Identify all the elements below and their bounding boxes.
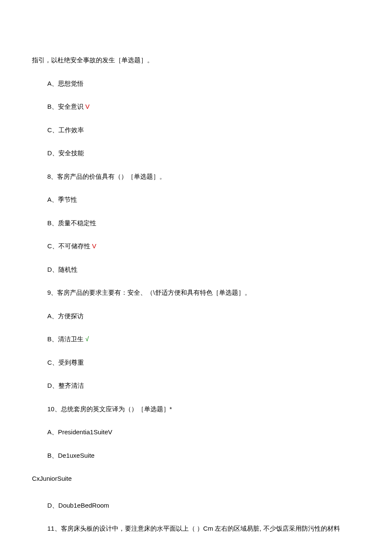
- option-text: D、安全技能: [47, 149, 84, 157]
- q9-option-B: B、清洁卫生 √: [32, 334, 360, 344]
- q8-option-B: B、质量不稳定性: [32, 218, 360, 228]
- q11-stem: 11、客房床头板的设计中，要注意床的水平面以上（ ）Cm 左右的区域易脏, 不少…: [32, 524, 360, 534]
- text: 10、总统套房的英文应译为（）［单选题］*: [47, 405, 172, 413]
- q7-option-B: B、安全意识 V: [32, 102, 360, 112]
- option-text: A、季节性: [47, 196, 77, 203]
- option-text: B、安全意识: [47, 103, 85, 110]
- check-mark: V: [92, 242, 96, 250]
- q9-option-A: A、方便探访: [32, 311, 360, 321]
- option-text: CxJuniorSuite: [32, 475, 72, 482]
- option-text: B、De1uxeSuite: [47, 452, 95, 459]
- q10-option-C: CxJuniorSuite: [32, 474, 360, 484]
- q10-option-D: D、Doub1eBedRoom: [32, 501, 360, 511]
- option-text: A、思想觉悟: [47, 80, 84, 87]
- q7-option-D: D、安全技能: [32, 148, 360, 158]
- q9-option-D: D、整齐清洁: [32, 381, 360, 391]
- check-mark: V: [85, 103, 89, 110]
- option-text: B、清洁卫生: [47, 335, 85, 343]
- option-text: C、受到尊重: [47, 359, 84, 366]
- option-text: D、Doub1eBedRoom: [47, 502, 109, 509]
- option-text: C、不可储存性: [47, 242, 92, 250]
- q10-stem: 10、总统套房的英文应译为（）［单选题］*: [32, 404, 360, 414]
- text: 9、客房产品的要求主要有：安全、（\舒适方便和具有特色［单选题］。: [47, 289, 251, 296]
- check-mark: √: [85, 335, 89, 343]
- q7-option-C: C、工作效率: [32, 125, 360, 135]
- option-text: A、Presidentia1SuiteV: [47, 428, 112, 436]
- q10-option-B: B、De1uxeSuite: [32, 451, 360, 461]
- q7-option-A: A、思想觉悟: [32, 79, 360, 89]
- option-text: D、随机性: [47, 266, 78, 273]
- q7-continued-stem: 指引，以杜绝安全事故的发生［单选题］。: [32, 55, 360, 65]
- text: 11、客房床头板的设计中，要注意床的水平面以上（ ）Cm 左右的区域易脏, 不少…: [47, 525, 340, 532]
- text: 8、客房产品的价值具有（）［单选题］。: [47, 173, 166, 180]
- option-text: C、工作效率: [47, 126, 84, 134]
- q8-option-D: D、随机性: [32, 265, 360, 275]
- option-text: B、质量不稳定性: [47, 219, 96, 227]
- option-text: D、整齐清洁: [47, 382, 84, 389]
- q9-option-C: C、受到尊重: [32, 358, 360, 368]
- q8-option-C: C、不可储存性 V: [32, 241, 360, 251]
- q8-stem: 8、客房产品的价值具有（）［单选题］。: [32, 172, 360, 182]
- q9-stem: 9、客房产品的要求主要有：安全、（\舒适方便和具有特色［单选题］。: [32, 288, 360, 298]
- option-text: A、方便探访: [47, 312, 84, 320]
- text: 指引，以杜绝安全事故的发生［单选题］。: [32, 56, 153, 64]
- q8-option-A: A、季节性: [32, 195, 360, 205]
- q10-option-A: A、Presidentia1SuiteV: [32, 427, 360, 437]
